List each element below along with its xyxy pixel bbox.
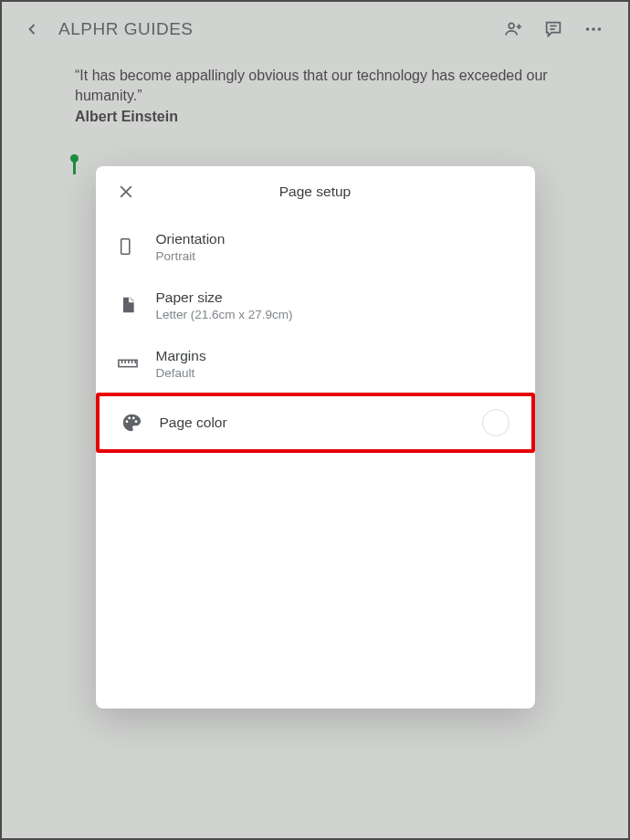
orientation-value: Portrait <box>156 249 226 263</box>
close-button[interactable] <box>112 178 140 205</box>
modal-header: Page setup <box>96 166 535 217</box>
orientation-icon <box>118 236 138 257</box>
margins-value: Default <box>156 366 206 380</box>
palette-icon <box>121 413 142 433</box>
page-color-option[interactable]: Page color <box>96 393 535 453</box>
orientation-option[interactable]: Orientation Portrait <box>96 217 535 276</box>
modal-overlay: Page setup Orientation Portrait Paper si… <box>2 2 628 838</box>
close-icon <box>117 183 135 201</box>
paper-size-option[interactable]: Paper size Letter (21.6cm x 27.9cm) <box>96 276 535 334</box>
paper-size-value: Letter (21.6cm x 27.9cm) <box>156 308 293 321</box>
modal-title: Page setup <box>279 184 351 200</box>
page-setup-modal: Page setup Orientation Portrait Paper si… <box>96 166 535 709</box>
svg-rect-10 <box>121 239 129 255</box>
page-color-swatch <box>482 409 509 436</box>
margins-label: Margins <box>156 348 206 364</box>
paper-size-label: Paper size <box>156 289 293 306</box>
ruler-icon <box>118 357 138 370</box>
page-color-label: Page color <box>160 415 227 431</box>
margins-option[interactable]: Margins Default <box>96 334 535 393</box>
orientation-label: Orientation <box>156 231 226 247</box>
page-icon <box>119 296 137 314</box>
